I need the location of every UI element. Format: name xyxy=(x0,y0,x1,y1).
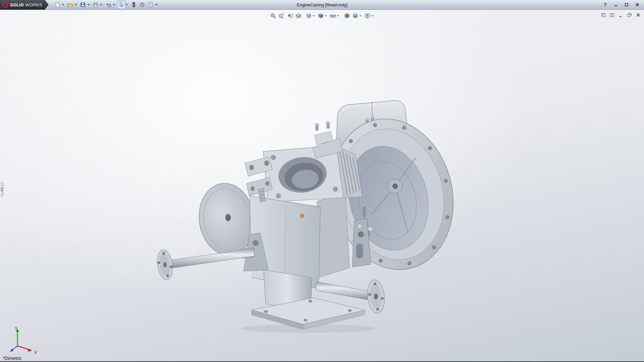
display-style-icon xyxy=(318,13,324,19)
minimize-button[interactable] xyxy=(612,2,619,8)
toolbar-overflow-handle[interactable] xyxy=(45,0,49,10)
doc-close-button[interactable] xyxy=(635,12,641,18)
options-gear-icon xyxy=(140,2,145,7)
print-icon xyxy=(93,2,98,7)
new-document-button[interactable] xyxy=(53,1,62,9)
apply-scene-dropdown-icon[interactable] xyxy=(360,15,362,16)
close-button[interactable] xyxy=(634,2,641,8)
undo-dropdown-arrow-icon[interactable] xyxy=(113,4,115,5)
model-part-left-rod[interactable] xyxy=(156,247,254,281)
undo-icon xyxy=(106,2,111,7)
main-toolbar xyxy=(53,1,159,9)
help-button[interactable]: ? xyxy=(602,2,608,8)
engine-casing-model[interactable] xyxy=(0,10,644,361)
window-title: EngineCasing [Read-only] xyxy=(297,2,347,7)
graphics-viewport[interactable]: Y X *Dimetric xyxy=(0,10,644,361)
rebuild-button[interactable] xyxy=(130,1,138,9)
headsup-toolbar xyxy=(269,12,375,20)
undo-button[interactable] xyxy=(104,1,113,9)
edit-appearance-button[interactable] xyxy=(343,12,351,20)
save-icon xyxy=(80,2,86,7)
doc-new-window-button[interactable] xyxy=(600,12,606,18)
print-dropdown-arrow-icon[interactable] xyxy=(100,4,102,5)
new-dropdown-arrow-icon[interactable] xyxy=(62,4,64,5)
open-folder-icon xyxy=(67,2,73,7)
title-bar: SOLIDWORKS xyxy=(0,0,644,10)
doc-minimize-button[interactable] xyxy=(618,12,624,18)
close-icon xyxy=(635,3,639,7)
window-controls: ? xyxy=(602,2,644,8)
splitter-arrow-down-icon xyxy=(1,190,3,191)
view-settings-button[interactable] xyxy=(363,12,372,20)
brand-works-text: WORKS xyxy=(25,2,42,7)
zoom-to-area-icon xyxy=(278,13,284,19)
view-orientation-button[interactable] xyxy=(305,12,313,20)
open-button[interactable] xyxy=(66,1,74,9)
triad-x-label: X xyxy=(34,350,37,355)
maximize-icon xyxy=(625,3,629,7)
edit-appearance-ball-icon xyxy=(344,13,350,19)
save-dropdown-arrow-icon[interactable] xyxy=(88,4,90,5)
select-cursor-icon xyxy=(118,2,124,7)
hide-show-items-button[interactable] xyxy=(329,12,337,20)
print-button[interactable] xyxy=(92,1,100,9)
solidworks-logo: SOLIDWORKS xyxy=(0,0,45,10)
apply-scene-icon xyxy=(352,13,358,19)
file-properties-button[interactable] xyxy=(147,1,155,9)
model-part-mounting-base[interactable] xyxy=(252,270,365,329)
doc-restore-button[interactable] xyxy=(626,12,633,18)
select-dropdown-arrow-icon[interactable] xyxy=(126,4,128,5)
view-settings-dropdown-icon[interactable] xyxy=(372,15,374,16)
open-dropdown-arrow-icon[interactable] xyxy=(75,4,77,5)
rebuild-traffic-light-icon xyxy=(131,2,137,7)
solidworks-window: SOLIDWORKS xyxy=(0,0,644,362)
doc-close-icon xyxy=(636,13,641,17)
file-properties-icon xyxy=(148,2,153,7)
document-window-controls xyxy=(600,12,641,18)
minimize-icon xyxy=(614,3,618,7)
display-style-button[interactable] xyxy=(317,12,325,20)
maximize-button[interactable] xyxy=(623,2,630,8)
zoom-to-fit-button[interactable] xyxy=(269,12,277,20)
new-window-icon xyxy=(601,13,606,17)
zoom-to-area-button[interactable] xyxy=(277,12,286,20)
model-part-studs[interactable] xyxy=(315,122,330,130)
orientation-triad: Y X xyxy=(3,325,41,356)
view-settings-icon xyxy=(364,13,370,19)
model-part-junction[interactable] xyxy=(316,194,350,278)
options-button[interactable] xyxy=(138,1,147,9)
splitter-arrow-up-icon xyxy=(1,187,3,189)
previous-view-icon xyxy=(287,13,293,19)
hide-show-dropdown-icon[interactable] xyxy=(337,15,339,16)
display-style-dropdown-icon[interactable] xyxy=(325,15,327,16)
save-button[interactable] xyxy=(79,1,87,9)
previous-view-button[interactable] xyxy=(286,12,294,20)
apply-scene-button[interactable] xyxy=(351,12,360,20)
view-orientation-cube-icon xyxy=(306,13,312,19)
doc-minimize-icon xyxy=(619,13,623,17)
toolbar-dropdown-arrow-icon[interactable] xyxy=(155,4,157,5)
triad-y-label: Y xyxy=(15,326,17,331)
doc-tile-button[interactable] xyxy=(609,12,615,18)
select-button[interactable] xyxy=(117,1,125,9)
brand-solid-text: SOLID xyxy=(10,2,24,7)
zoom-to-fit-icon xyxy=(270,13,276,19)
feature-panel-splitter-tab[interactable] xyxy=(0,182,3,196)
section-view-icon xyxy=(295,13,301,19)
ds-logo-icon xyxy=(2,1,9,8)
section-view-button[interactable] xyxy=(294,12,303,20)
doc-restore-icon xyxy=(627,13,632,17)
origin-point-marker[interactable] xyxy=(301,214,304,218)
tile-windows-icon xyxy=(610,13,614,17)
hide-show-items-glasses-icon xyxy=(330,13,336,19)
view-orientation-label: *Dimetric xyxy=(3,356,22,361)
view-orientation-dropdown-icon[interactable] xyxy=(313,15,315,16)
new-document-icon xyxy=(55,2,60,7)
